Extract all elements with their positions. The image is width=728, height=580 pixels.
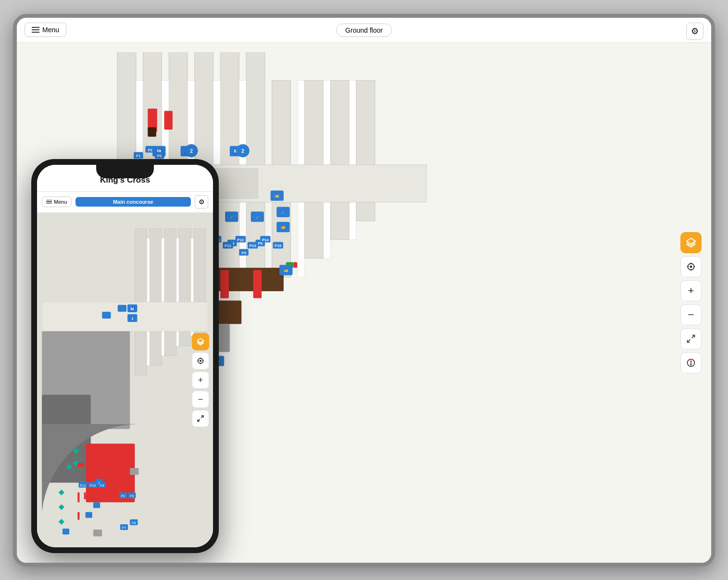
svg-rect-172 (93, 530, 102, 536)
zoom-in-icon: + (688, 285, 694, 296)
tablet-inner: Reading Menu Ground floor ⚙ (17, 18, 711, 563)
recenter-button[interactable] (680, 256, 702, 277)
svg-rect-154 (84, 492, 86, 499)
svg-rect-16 (349, 80, 356, 239)
svg-text:P7: P7 (122, 526, 126, 530)
phone-floor-label: Main concourse (75, 197, 191, 207)
svg-rect-175 (63, 529, 69, 534)
phone-nav-bar: Menu Main concourse ⚙ (37, 192, 213, 213)
phone-screen: King's Cross Menu Main concourse (37, 165, 213, 547)
svg-text:🎫: 🎫 (281, 225, 286, 230)
fit-button[interactable] (680, 328, 702, 349)
svg-line-125 (692, 335, 695, 338)
svg-text:P14: P14 (262, 237, 269, 242)
phone-zoom-in-button[interactable]: + (192, 371, 209, 389)
svg-text:P11: P11 (80, 483, 86, 487)
svg-text:P10: P10 (90, 483, 96, 487)
phone-settings-icon: ⚙ (199, 198, 205, 206)
svg-text:ℹ: ℹ (132, 316, 133, 321)
svg-rect-156 (102, 311, 111, 318)
svg-rect-155 (118, 305, 126, 311)
phone-menu-icon (46, 200, 52, 204)
menu-icon (32, 27, 39, 33)
svg-text:⟋: ⟋ (229, 214, 234, 219)
svg-rect-131 (150, 228, 162, 365)
phone-fit-button[interactable] (192, 410, 209, 427)
phone-menu-button[interactable]: Menu (42, 197, 72, 207)
tablet-frame: Reading Menu Ground floor ⚙ (13, 14, 715, 567)
svg-text:P2: P2 (148, 148, 152, 152)
svg-text:🎫: 🎫 (284, 268, 289, 272)
phone-notch (96, 165, 154, 178)
svg-text:P13: P13 (250, 244, 257, 248)
svg-rect-153 (77, 492, 79, 502)
phone-zoom-out-icon: − (198, 395, 203, 404)
compass-button[interactable] (680, 352, 702, 373)
svg-rect-63 (293, 262, 297, 268)
svg-rect-174 (93, 502, 100, 508)
svg-text:🚻: 🚻 (130, 306, 135, 311)
svg-text:P5: P5 (241, 250, 246, 255)
phone-recenter-button[interactable] (192, 352, 209, 370)
menu-button[interactable]: Menu (25, 23, 66, 37)
svg-text:P12: P12 (237, 237, 244, 242)
svg-text:P2: P2 (121, 494, 126, 498)
zoom-out-button[interactable]: − (680, 304, 702, 325)
right-toolbar: + − (680, 232, 702, 373)
svg-marker-165 (59, 489, 64, 495)
svg-text:P3: P3 (130, 494, 134, 498)
svg-text:⟋: ⟋ (255, 214, 260, 219)
svg-rect-170 (77, 512, 79, 519)
svg-text:P1: P1 (136, 154, 141, 158)
phone-overlay: King's Cross Menu Main concourse (31, 159, 219, 553)
phone-frame: King's Cross Menu Main concourse (31, 159, 219, 553)
svg-text:P15: P15 (275, 244, 282, 248)
svg-rect-132 (164, 228, 176, 355)
svg-marker-166 (59, 504, 64, 510)
svg-rect-56 (164, 111, 173, 129)
svg-rect-15 (330, 80, 349, 239)
settings-icon: ⚙ (691, 26, 699, 37)
svg-line-126 (688, 339, 690, 342)
phone-map-svg: 🚻 ℹ P11 P10 P9 (37, 213, 213, 547)
svg-rect-169 (77, 463, 84, 467)
phone-settings-button[interactable]: ⚙ (195, 195, 208, 209)
zoom-out-icon: − (688, 309, 694, 320)
floor-selector[interactable]: Ground floor (336, 24, 392, 37)
svg-text:P3: P3 (157, 154, 162, 158)
svg-point-182 (200, 360, 201, 361)
svg-text:2: 2 (241, 148, 244, 154)
svg-marker-129 (690, 363, 691, 366)
svg-text:P8: P8 (132, 521, 136, 525)
svg-rect-57 (220, 270, 229, 298)
svg-text:🎫: 🎫 (275, 194, 279, 198)
svg-marker-128 (690, 359, 691, 363)
phone-zoom-in-icon: + (198, 376, 203, 384)
svg-text:⟋: ⟋ (281, 210, 285, 215)
layers-button[interactable] (680, 232, 702, 253)
phone-layers-button[interactable] (192, 333, 209, 350)
phone-zoom-out-button[interactable]: − (192, 391, 209, 408)
settings-button[interactable]: ⚙ (686, 23, 703, 40)
svg-rect-59 (148, 127, 156, 136)
svg-rect-173 (86, 512, 92, 518)
svg-text:2: 2 (190, 148, 193, 154)
phone-toolbar: + − (192, 333, 209, 427)
svg-point-120 (690, 266, 691, 267)
svg-marker-167 (59, 518, 64, 524)
svg-rect-142 (86, 444, 135, 502)
svg-rect-136 (162, 238, 164, 356)
zoom-in-button[interactable]: + (680, 280, 702, 301)
svg-rect-171 (130, 468, 138, 475)
svg-rect-58 (253, 270, 262, 298)
svg-rect-22 (209, 268, 284, 291)
svg-text:P11: P11 (225, 244, 232, 248)
